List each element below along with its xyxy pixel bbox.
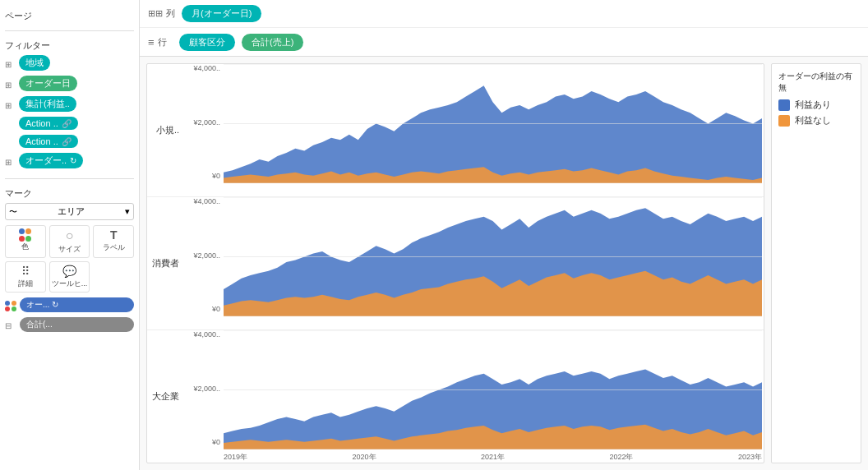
marks-label: マーク xyxy=(5,187,134,200)
toolbar: ⊞⊞ 列 月(オーダー日) ≡ 行 顧客区分 合計(売上) xyxy=(140,0,868,57)
bottom-pill-sales[interactable]: ⊟ 合計(... xyxy=(5,317,134,334)
filter-order2[interactable]: ⊞ オーダー.. ↻ xyxy=(5,153,134,171)
chart-panel-small: 小規.. ¥4,000.. ¥2,000.. ¥0 xyxy=(147,64,764,197)
marks-type-label: エリア xyxy=(58,205,85,218)
filter-pill-order2[interactable]: オーダー.. ↻ xyxy=(19,153,83,168)
filter-pill-chiiki[interactable]: 地域 xyxy=(19,55,50,71)
panel-chart-enterprise: ¥4,000.. ¥2,000.. ¥0 xyxy=(184,330,764,463)
marks-type-icon: 〜 xyxy=(9,206,17,218)
y-axis-small: ¥4,000.. ¥2,000.. ¥0 xyxy=(184,64,224,180)
filter-icon-order2: ⊞ xyxy=(5,158,16,167)
marks-color[interactable]: 色 xyxy=(5,225,46,258)
filter-icon-chiiki: ⊞ xyxy=(5,60,16,69)
filter-action2[interactable]: Action .. 🔗 xyxy=(5,135,134,150)
legend-label-profit: 利益あり xyxy=(795,99,831,111)
filter-syukei[interactable]: ⊞ 集計(利益.. xyxy=(5,96,134,114)
chart-main: 小規.. ¥4,000.. ¥2,000.. ¥0 xyxy=(146,63,764,463)
detail-icon: ⠿ xyxy=(21,265,30,278)
row-icon: ≡ 行 xyxy=(148,36,173,48)
color-label: 色 xyxy=(21,242,29,252)
svg-wrap-small xyxy=(224,64,762,183)
marks-label-cell[interactable]: T ラベル xyxy=(93,225,134,258)
marks-dropdown-icon: ▾ xyxy=(125,206,130,217)
col-pill[interactable]: 月(オーダー日) xyxy=(182,5,261,22)
panel-chart-consumer: ¥4,000.. ¥2,000.. ¥0 xyxy=(184,197,764,329)
col-row: ⊞⊞ 列 月(オーダー日) xyxy=(140,0,868,28)
legend-swatch-noprofit xyxy=(778,115,790,127)
color-icon xyxy=(19,228,32,242)
page-label: ページ xyxy=(5,10,134,22)
sales-icon: ⊟ xyxy=(5,321,16,330)
marks-grid: 色 ○ サイズ T ラベル ⠿ 詳細 💬 ツールヒ... xyxy=(5,225,134,293)
y-axis-consumer: ¥4,000.. ¥2,000.. ¥0 xyxy=(184,197,224,313)
legend-title: オーダーの利益の有無 xyxy=(778,71,854,94)
filter-label: フィルター xyxy=(5,39,134,52)
col-label: 列 xyxy=(166,7,175,20)
order-color-icon xyxy=(5,301,16,312)
tooltip-icon: 💬 xyxy=(62,265,76,278)
row-row: ≡ 行 顧客区分 合計(売上) xyxy=(140,28,868,56)
filter-action1[interactable]: Action .. 🔗 xyxy=(5,117,134,132)
legend-swatch-profit xyxy=(778,99,790,111)
legend-label-noprofit: 利益なし xyxy=(795,114,831,127)
marks-type-dropdown[interactable]: 〜 エリア ▾ xyxy=(5,203,134,220)
sales-pill[interactable]: 合計(... xyxy=(20,317,134,332)
marks-detail[interactable]: ⠿ 詳細 xyxy=(5,261,46,293)
svg-wrap-consumer xyxy=(224,197,762,316)
legend-item-profit: 利益あり xyxy=(778,99,854,111)
y-axis-enterprise: ¥4,000.. ¥2,000.. ¥0 xyxy=(184,330,224,446)
chart-panel-enterprise: 大企業 ¥4,000.. ¥2,000.. ¥0 xyxy=(147,330,764,463)
main-content: ⊞⊞ 列 月(オーダー日) ≡ 行 顧客区分 合計(売上) 小規.. xyxy=(140,0,868,470)
filter-pill-action1[interactable]: Action .. 🔗 xyxy=(19,117,78,130)
row-pill2[interactable]: 合計(売上) xyxy=(242,34,303,51)
sidebar: ページ フィルター ⊞ 地域 ⊞ オーダー日 ⊞ 集計(利益.. Action … xyxy=(0,0,140,470)
filter-order-date[interactable]: ⊞ オーダー日 xyxy=(5,76,134,94)
chart-panels: 小規.. ¥4,000.. ¥2,000.. ¥0 xyxy=(147,64,764,463)
marks-size[interactable]: ○ サイズ xyxy=(49,225,90,258)
size-icon: ○ xyxy=(66,228,74,243)
col-icon: ⊞⊞ 列 xyxy=(148,7,175,20)
filter-pill-order-date[interactable]: オーダー日 xyxy=(19,76,77,91)
panel-label-enterprise: 大企業 xyxy=(147,330,184,463)
filter-icon-order-date: ⊞ xyxy=(5,81,16,90)
marks-bottom-pills: オー... ↻ ⊟ 合計(... xyxy=(5,297,134,334)
detail-label: 詳細 xyxy=(18,279,33,289)
label-label: ラベル xyxy=(103,242,125,253)
size-label: サイズ xyxy=(58,244,81,255)
order-color-pill[interactable]: オー... ↻ xyxy=(20,297,134,312)
panel-chart-small: ¥4,000.. ¥2,000.. ¥0 xyxy=(184,64,764,196)
marks-tooltip[interactable]: 💬 ツールヒ... xyxy=(49,261,90,293)
bottom-pill-order[interactable]: オー... ↻ xyxy=(5,297,134,315)
filter-icon-syukei: ⊞ xyxy=(5,101,16,110)
chart-area: 小規.. ¥4,000.. ¥2,000.. ¥0 xyxy=(140,57,868,470)
chart-panel-consumer: 消費者 ¥4,000.. ¥2,000.. ¥0 xyxy=(147,197,764,330)
legend-item-noprofit: 利益なし xyxy=(778,114,854,127)
svg-wrap-enterprise xyxy=(224,330,762,449)
row-label: 行 xyxy=(158,36,167,48)
filter-pill-syukei[interactable]: 集計(利益.. xyxy=(19,96,76,112)
panel-label-small: 小規.. xyxy=(147,64,184,196)
filter-pill-action2[interactable]: Action .. 🔗 xyxy=(19,135,78,148)
label-icon: T xyxy=(110,228,118,242)
filter-chiiki[interactable]: ⊞ 地域 xyxy=(5,55,134,73)
panel-label-consumer: 消費者 xyxy=(147,197,184,329)
legend: オーダーの利益の有無 利益あり 利益なし xyxy=(771,63,861,463)
tooltip-label: ツールヒ... xyxy=(52,279,88,289)
x-axis: 2019年 2020年 2021年 2022年 2023年 xyxy=(224,449,762,463)
row-pill1[interactable]: 顧客区分 xyxy=(179,34,235,51)
